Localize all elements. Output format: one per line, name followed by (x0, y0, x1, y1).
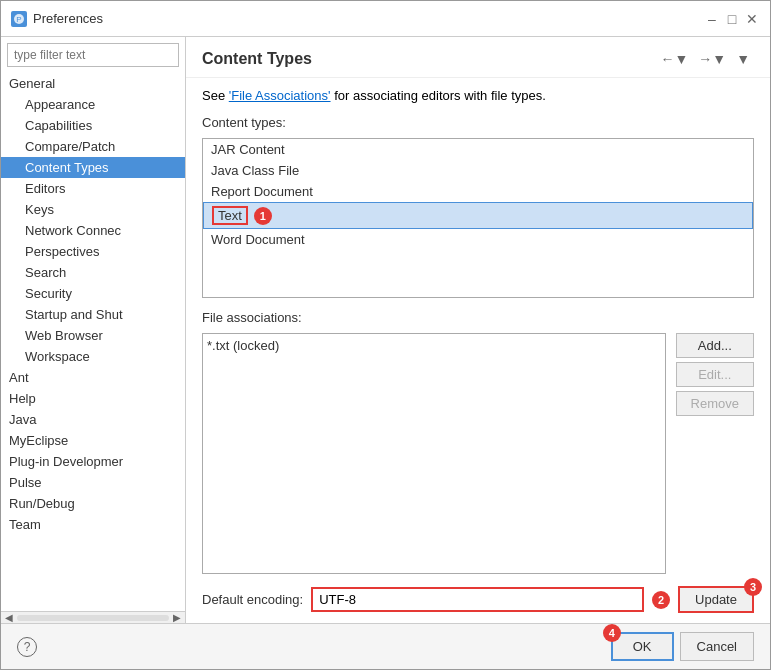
file-assoc-label: File associations: (202, 310, 754, 325)
footer: ? OK 4 Cancel (1, 623, 770, 669)
tree-area: General Appearance Capabilities Compare/… (1, 73, 185, 611)
main-header: Content Types ←▼ →▼ ▼ (186, 37, 770, 78)
sidebar-item-appearance[interactable]: Appearance (1, 94, 185, 115)
sidebar-item-content-types[interactable]: Content Types (1, 157, 185, 178)
sidebar: General Appearance Capabilities Compare/… (1, 37, 186, 623)
sidebar-item-keys[interactable]: Keys (1, 199, 185, 220)
sidebar-item-startup[interactable]: Startup and Shut (1, 304, 185, 325)
window-title: Preferences (33, 11, 103, 26)
encoding-row: Default encoding: 2 Update 3 (202, 586, 754, 613)
main-body: See 'File Associations' for associating … (186, 78, 770, 623)
svg-text:P: P (16, 15, 21, 24)
nav-back-button[interactable]: ←▼ (656, 49, 692, 69)
ok-badge: 4 (603, 624, 621, 642)
info-row: See 'File Associations' for associating … (202, 88, 754, 103)
encoding-label: Default encoding: (202, 592, 303, 607)
preferences-window: P Preferences – □ ✕ General Appearance C… (0, 0, 771, 670)
file-assoc-buttons: Add... Edit... Remove (676, 333, 754, 574)
maximize-button[interactable]: □ (724, 11, 740, 27)
help-button[interactable]: ? (17, 637, 37, 657)
encoding-input[interactable] (311, 587, 644, 612)
content-types-label: Content types: (202, 115, 754, 130)
title-controls: – □ ✕ (704, 11, 760, 27)
text-item-label: Text (212, 206, 248, 225)
main-panel: Content Types ←▼ →▼ ▼ See 'File Associat… (186, 37, 770, 623)
sidebar-item-ant[interactable]: Ant (1, 367, 185, 388)
sidebar-item-general[interactable]: General (1, 73, 185, 94)
main-title: Content Types (202, 50, 312, 68)
footer-buttons: OK 4 Cancel (611, 632, 754, 661)
file-assoc-list[interactable]: *.txt (locked) (202, 333, 666, 574)
sidebar-item-java[interactable]: Java (1, 409, 185, 430)
minimize-button[interactable]: – (704, 11, 720, 27)
sidebar-item-network-connec[interactable]: Network Connec (1, 220, 185, 241)
text-badge: 1 (254, 207, 272, 225)
content-area: General Appearance Capabilities Compare/… (1, 37, 770, 623)
update-badge: 3 (744, 578, 762, 596)
add-button[interactable]: Add... (676, 333, 754, 358)
file-associations-link[interactable]: 'File Associations' (229, 88, 331, 103)
sidebar-scrollbar[interactable]: ◀ ▶ (1, 611, 185, 623)
file-assoc-item[interactable]: *.txt (locked) (207, 338, 661, 353)
update-button[interactable]: Update (678, 586, 754, 613)
sidebar-item-editors[interactable]: Editors (1, 178, 185, 199)
info-text2: for associating editors with file types. (331, 88, 546, 103)
sidebar-item-team[interactable]: Team (1, 514, 185, 535)
remove-button[interactable]: Remove (676, 391, 754, 416)
list-item-report[interactable]: Report Document (203, 181, 753, 202)
sidebar-item-security[interactable]: Security (1, 283, 185, 304)
list-item-java-class[interactable]: Java Class File (203, 160, 753, 181)
list-item-text[interactable]: Text 1 (203, 202, 753, 229)
sidebar-item-workspace[interactable]: Workspace (1, 346, 185, 367)
ok-btn-wrapper: OK 4 (611, 632, 674, 661)
sidebar-item-capabilities[interactable]: Capabilities (1, 115, 185, 136)
scroll-track[interactable] (17, 615, 169, 621)
update-btn-container: Update 3 (678, 586, 754, 613)
close-button[interactable]: ✕ (744, 11, 760, 27)
content-types-list[interactable]: JAR Content Java Class File Report Docum… (202, 138, 754, 298)
sidebar-item-web-browser[interactable]: Web Browser (1, 325, 185, 346)
list-item-jar[interactable]: JAR Content (203, 139, 753, 160)
sidebar-item-help[interactable]: Help (1, 388, 185, 409)
scroll-right-arrow[interactable]: ▶ (171, 612, 183, 623)
sidebar-item-compare-patch[interactable]: Compare/Patch (1, 136, 185, 157)
cancel-button[interactable]: Cancel (680, 632, 754, 661)
scroll-left-arrow[interactable]: ◀ (3, 612, 15, 623)
filter-input[interactable] (7, 43, 179, 67)
sidebar-item-pulse[interactable]: Pulse (1, 472, 185, 493)
sidebar-item-run-debug[interactable]: Run/Debug (1, 493, 185, 514)
info-text: See (202, 88, 229, 103)
nav-forward-button[interactable]: →▼ (694, 49, 730, 69)
title-bar: P Preferences – □ ✕ (1, 1, 770, 37)
sidebar-item-myeclipse[interactable]: MyEclipse (1, 430, 185, 451)
encoding-badge: 2 (652, 591, 670, 609)
nav-menu-button[interactable]: ▼ (732, 49, 754, 69)
nav-buttons: ←▼ →▼ ▼ (656, 49, 754, 69)
sidebar-item-perspectives[interactable]: Perspectives (1, 241, 185, 262)
file-assoc-section: *.txt (locked) Add... Edit... Remove (202, 333, 754, 574)
sidebar-item-plugin-dev[interactable]: Plug-in Developmer (1, 451, 185, 472)
list-item-word[interactable]: Word Document (203, 229, 753, 250)
sidebar-item-search[interactable]: Search (1, 262, 185, 283)
app-icon: P (11, 11, 27, 27)
edit-button[interactable]: Edit... (676, 362, 754, 387)
title-bar-left: P Preferences (11, 11, 103, 27)
